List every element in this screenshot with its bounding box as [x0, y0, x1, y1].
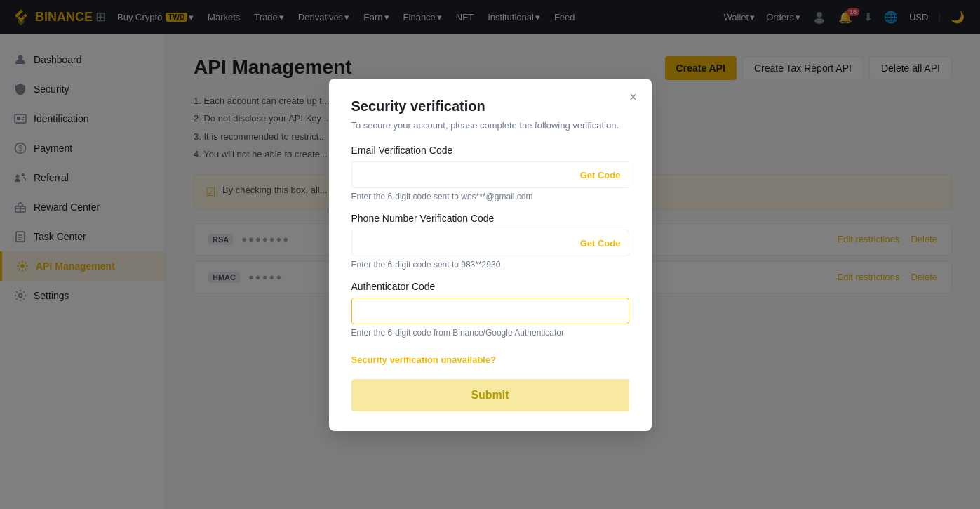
email-verification-label: Email Verification Code	[351, 145, 629, 156]
modal-subtitle: To secure your account, please complete …	[351, 120, 629, 131]
phone-hint: Enter the 6-digit code sent to 983**2930	[351, 260, 629, 270]
modal-title: Security verification	[351, 98, 629, 114]
authenticator-hint: Enter the 6-digit code from Binance/Goog…	[351, 328, 629, 338]
modal-close-button[interactable]: ×	[629, 90, 638, 104]
email-get-code-button[interactable]: Get Code	[580, 169, 621, 180]
phone-verification-group: Phone Number Verification Code Get Code …	[351, 213, 629, 270]
security-verification-modal: × Security verification To secure your a…	[329, 79, 652, 431]
authenticator-group: Authenticator Code Enter the 6-digit cod…	[351, 281, 629, 338]
security-unavailable-link[interactable]: Security verification unavailable?	[351, 355, 497, 365]
authenticator-input-wrap	[351, 298, 629, 324]
phone-input-wrap: Get Code	[351, 230, 629, 256]
modal-overlay[interactable]: × Security verification To secure your a…	[0, 0, 980, 509]
authenticator-label: Authenticator Code	[351, 281, 629, 292]
phone-verification-label: Phone Number Verification Code	[351, 213, 629, 224]
email-verification-group: Email Verification Code Get Code Enter t…	[351, 145, 629, 201]
authenticator-input[interactable]	[351, 298, 629, 324]
email-input-wrap: Get Code	[351, 161, 629, 188]
submit-button[interactable]: Submit	[351, 379, 629, 411]
email-hint: Enter the 6-digit code sent to wes***@gm…	[351, 192, 629, 201]
phone-get-code-button[interactable]: Get Code	[580, 237, 621, 248]
